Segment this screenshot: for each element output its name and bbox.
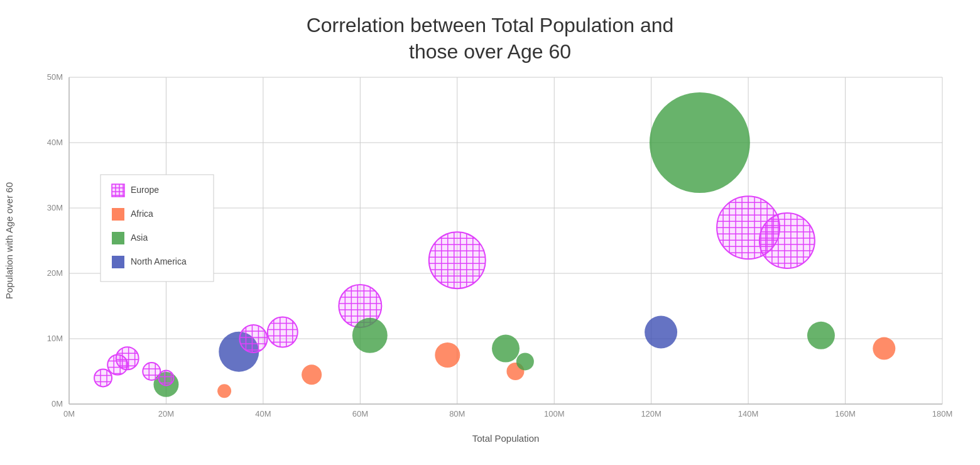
svg-text:North America: North America	[131, 256, 187, 266]
svg-point-222	[516, 353, 534, 371]
svg-point-173	[435, 342, 460, 368]
svg-text:60M: 60M	[352, 409, 368, 418]
svg-point-200	[302, 364, 322, 385]
svg-text:140M: 140M	[738, 409, 759, 418]
svg-text:0M: 0M	[52, 399, 63, 408]
svg-text:160M: 160M	[835, 409, 856, 418]
svg-text:0M: 0M	[63, 409, 75, 418]
svg-rect-250	[112, 256, 124, 268]
svg-text:Asia: Asia	[131, 232, 148, 243]
svg-point-49	[650, 92, 750, 193]
chart-area: 0M10M20M30M40M50M0M20M40M60M80M100M120M1…	[0, 65, 980, 465]
svg-point-187	[873, 337, 895, 360]
svg-rect-248	[112, 232, 124, 244]
svg-text:Population with Age over 60: Population with Age over 60	[4, 182, 14, 299]
svg-text:Africa: Africa	[131, 209, 153, 219]
svg-text:180M: 180M	[932, 409, 953, 418]
svg-text:10M: 10M	[47, 334, 63, 343]
svg-rect-246	[112, 208, 124, 221]
svg-rect-235	[112, 184, 124, 197]
svg-text:30M: 30M	[47, 203, 63, 212]
svg-text:20M: 20M	[158, 409, 174, 418]
chart-container: Correlation between Total Population and…	[0, 0, 980, 465]
svg-point-142	[645, 316, 677, 349]
svg-point-171	[492, 335, 520, 363]
svg-point-141	[352, 318, 388, 353]
svg-text:Total Population: Total Population	[472, 433, 540, 444]
chart-title: Correlation between Total Population and…	[307, 13, 674, 65]
scatter-chart: 0M10M20M30M40M50M0M20M40M60M80M100M120M1…	[0, 65, 980, 448]
svg-point-172	[807, 322, 835, 349]
svg-text:100M: 100M	[544, 409, 565, 418]
svg-text:50M: 50M	[47, 72, 63, 82]
svg-text:40M: 40M	[47, 138, 63, 147]
svg-text:20M: 20M	[47, 268, 63, 278]
svg-text:40M: 40M	[255, 409, 271, 418]
svg-text:80M: 80M	[449, 409, 465, 418]
svg-text:Europe: Europe	[131, 185, 159, 195]
svg-text:120M: 120M	[641, 409, 662, 418]
svg-point-233	[217, 384, 231, 398]
